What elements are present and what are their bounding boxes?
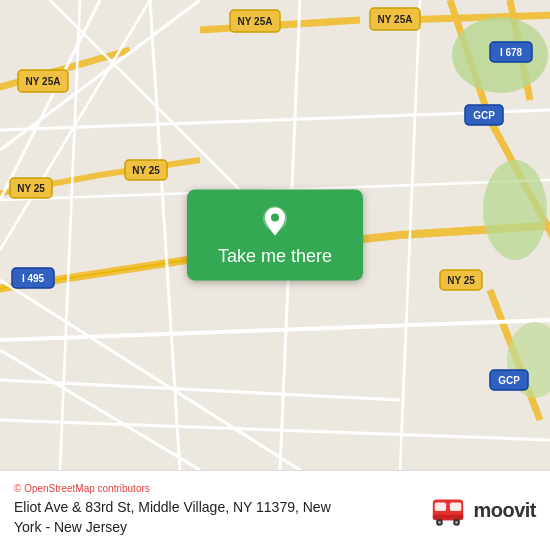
moovit-logo: moovit (429, 492, 536, 530)
map-container: NY 25A NY 25A NY 25A NY 25 NY 25 NY 25 I… (0, 0, 550, 470)
svg-rect-63 (433, 514, 463, 519)
contributors-text: contributors (98, 483, 150, 494)
svg-text:GCP: GCP (498, 375, 520, 386)
svg-point-34 (483, 160, 547, 260)
moovit-bus-icon (429, 492, 467, 530)
svg-text:I 495: I 495 (22, 273, 45, 284)
copyright-text: © OpenStreetMap contributors (14, 483, 429, 494)
svg-text:NY 25A: NY 25A (26, 76, 61, 87)
svg-rect-62 (450, 502, 461, 511)
svg-point-65 (438, 520, 441, 523)
svg-text:I 678: I 678 (500, 47, 523, 58)
svg-text:NY 25: NY 25 (132, 165, 160, 176)
openstreetmap-link[interactable]: OpenStreetMap (24, 483, 95, 494)
location-pin-icon (257, 204, 293, 240)
footer-left: © OpenStreetMap contributors Eliot Ave &… (14, 483, 429, 537)
footer: © OpenStreetMap contributors Eliot Ave &… (0, 470, 550, 550)
svg-text:NY 25: NY 25 (447, 275, 475, 286)
svg-text:NY 25A: NY 25A (238, 16, 273, 27)
svg-point-59 (271, 214, 279, 222)
take-me-there-button[interactable]: Take me there (187, 190, 363, 281)
svg-rect-61 (435, 502, 446, 511)
svg-text:GCP: GCP (473, 110, 495, 121)
svg-text:NY 25A: NY 25A (378, 14, 413, 25)
moovit-brand-text: moovit (473, 499, 536, 522)
copyright-symbol: © (14, 483, 21, 494)
address-text: Eliot Ave & 83rd St, Middle Village, NY … (14, 498, 429, 537)
svg-point-67 (456, 520, 459, 523)
button-label: Take me there (218, 246, 332, 267)
svg-text:NY 25: NY 25 (17, 183, 45, 194)
